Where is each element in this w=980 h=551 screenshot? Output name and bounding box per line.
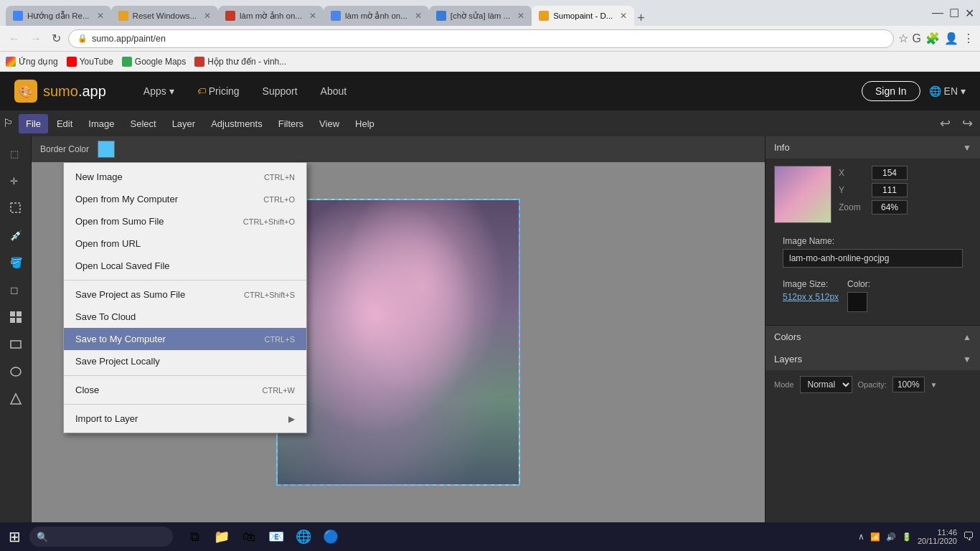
taskbar-app-chrome[interactable]: 🔵 (318, 524, 344, 550)
info-y-row: Y 111 (839, 183, 971, 197)
redo-button[interactable]: ↪ (958, 114, 977, 133)
back-button[interactable]: ← (6, 31, 23, 47)
menu-new-image[interactable]: New Image CTRL+N (64, 166, 306, 188)
taskbar-datetime[interactable]: 11:46 20/11/2020 (918, 528, 957, 545)
svg-text:💉: 💉 (10, 230, 22, 242)
taskbar-app-explorer[interactable]: 📁 (209, 524, 235, 550)
info-zoom-label: Zoom (839, 202, 867, 212)
tool-move[interactable]: ✛ (4, 169, 27, 192)
menu-save-sumo[interactable]: Save Project as Sumo File CTRL+Shift+S (64, 283, 306, 306)
menu-save-locally[interactable]: Save Project Locally (64, 350, 306, 372)
extensions-button[interactable]: 🧩 (925, 32, 940, 45)
menu-open-local[interactable]: Open Local Saved File (64, 255, 306, 277)
taskbar-app-edge[interactable]: 🌐 (291, 524, 316, 550)
info-panel-header[interactable]: Info ▼ (765, 136, 980, 159)
tab-close-3[interactable]: ✕ (309, 11, 316, 21)
tool-eyedropper[interactable]: 💉 (4, 224, 27, 247)
browser-tab-2[interactable]: Reset Windows... ✕ (111, 6, 218, 26)
browser-tab-6[interactable]: Sumopaint - D... ✕ (532, 6, 634, 26)
taskbar-app-store[interactable]: 🛍 (236, 524, 262, 550)
menu-open-sumo-file[interactable]: Open from Sumo File CTRL+Shift+O (64, 210, 306, 232)
taskbar-time-value: 11:46 (918, 528, 957, 537)
mode-select[interactable]: Normal (800, 376, 852, 393)
language-selector[interactable]: 🌐 EN ▾ (929, 85, 966, 97)
menu-layer[interactable]: Layer (165, 114, 203, 133)
image-color-swatch[interactable] (847, 292, 867, 312)
nav-apps[interactable]: Apps ▾ (135, 81, 183, 101)
browser-tab-1[interactable]: Hướng dẫn Re... ✕ (6, 6, 111, 26)
menu-adjustments[interactable]: Adjustments (204, 114, 270, 133)
nav-about[interactable]: About (312, 81, 356, 101)
image-name-input[interactable] (783, 249, 963, 268)
tool-shape-ellipse[interactable] (4, 360, 27, 383)
menu-import-layer[interactable]: Import to Layer ▶ (64, 408, 306, 430)
menu-edit[interactable]: Edit (50, 114, 80, 133)
tool-shape-rect[interactable] (4, 333, 27, 356)
tab-close-2[interactable]: ✕ (204, 11, 211, 21)
menu-open-computer[interactable]: Open from My Computer CTRL+O (64, 188, 306, 210)
browser-tab-4[interactable]: làm mờ ảnh on... ✕ (324, 6, 429, 26)
tool-pattern[interactable] (4, 306, 27, 329)
tool-lasso[interactable] (4, 197, 27, 220)
colors-panel-header[interactable]: Colors ▲ (765, 326, 980, 348)
bookmark-mail[interactable]: Hộp thư đến - vinh... (194, 57, 286, 67)
menu-filters[interactable]: Filters (271, 114, 311, 133)
browser-tab-3[interactable]: làm mờ ảnh on... ✕ (218, 6, 324, 26)
address-bar[interactable]: 🔒 sumo.app/paint/en (68, 29, 894, 48)
translate-button[interactable]: G (913, 32, 921, 45)
maximize-button[interactable]: ☐ (949, 6, 959, 20)
bookmark-apps[interactable]: Ứng dụng (6, 57, 58, 67)
menu-view[interactable]: View (312, 114, 347, 133)
sign-in-button[interactable]: Sign In (862, 81, 920, 101)
layers-panel-header[interactable]: Layers ▼ (765, 348, 980, 370)
start-button[interactable]: ⊞ (3, 525, 27, 548)
menu-close[interactable]: Close CTRL+W (64, 379, 306, 401)
forward-button[interactable]: → (27, 31, 44, 47)
profile-button[interactable]: 👤 (944, 32, 958, 45)
menu-file[interactable]: File (19, 114, 48, 133)
taskbar-battery-icon: 🔋 (902, 532, 912, 542)
sumo-logo[interactable]: 🎨 sumo.app (14, 80, 106, 103)
tab-close-1[interactable]: ✕ (97, 11, 104, 21)
menu-help[interactable]: Help (348, 114, 382, 133)
menu-save-cloud[interactable]: Save To Cloud (64, 306, 306, 328)
image-size-label: Image Size: (783, 279, 839, 289)
close-window-button[interactable]: ✕ (965, 6, 974, 20)
right-panel: Info ▼ X 154 Y 11 (765, 136, 980, 522)
more-button[interactable]: ⋮ (963, 32, 974, 45)
sumo-logo-text: sumo.app (43, 83, 106, 100)
tab-close-5[interactable]: ✕ (517, 11, 524, 21)
tool-select[interactable]: ⬚ (4, 142, 27, 165)
notification-center-icon[interactable]: 🗨 (963, 530, 974, 543)
image-color-label: Color: (847, 279, 870, 289)
browser-toolbar: ← → ↻ 🔒 sumo.app/paint/en ☆ G 🧩 👤 ⋮ (0, 26, 980, 52)
taskbar-search[interactable]: 🔍 (29, 527, 173, 547)
tool-shape-triangle[interactable] (4, 387, 27, 410)
nav-pricing[interactable]: 🏷 Pricing (189, 81, 248, 101)
tab-title-4: làm mờ ảnh on... (345, 11, 407, 21)
new-tab-button[interactable]: + (637, 11, 645, 26)
menu-select[interactable]: Select (123, 114, 164, 133)
tab-close-6[interactable]: ✕ (620, 11, 627, 21)
menu-open-url[interactable]: Open from URL (64, 232, 306, 255)
tab-close-4[interactable]: ✕ (415, 11, 422, 21)
browser-tab-5[interactable]: [chờ sửa] làm ... ✕ (429, 6, 532, 26)
refresh-button[interactable]: ↻ (49, 30, 64, 47)
taskbar-volume-icon[interactable]: 🔊 (886, 532, 896, 542)
taskbar-app-mail[interactable]: 📧 (263, 524, 289, 550)
nav-support[interactable]: Support (254, 81, 306, 101)
bookmark-maps[interactable]: Google Maps (122, 57, 186, 67)
taskbar-app-cortana[interactable]: ⧉ (182, 524, 207, 550)
bookmark-youtube[interactable]: YouTube (67, 57, 113, 67)
menu-save-computer[interactable]: Save to My Computer CTRL+S (64, 328, 306, 350)
undo-button[interactable]: ↩ (936, 114, 955, 133)
image-size-value[interactable]: 512px x 512px (783, 292, 839, 302)
tool-paint-bucket[interactable]: 🪣 (4, 251, 27, 274)
minimize-button[interactable]: — (932, 6, 943, 20)
tool-eraser[interactable]: ◻ (4, 278, 27, 301)
tab-favicon-3 (225, 11, 235, 21)
border-color-swatch[interactable] (98, 141, 115, 158)
bookmark-star-button[interactable]: ☆ (898, 32, 908, 45)
menu-image[interactable]: Image (81, 114, 121, 133)
taskbar-chevron-icon[interactable]: ∧ (858, 532, 864, 542)
